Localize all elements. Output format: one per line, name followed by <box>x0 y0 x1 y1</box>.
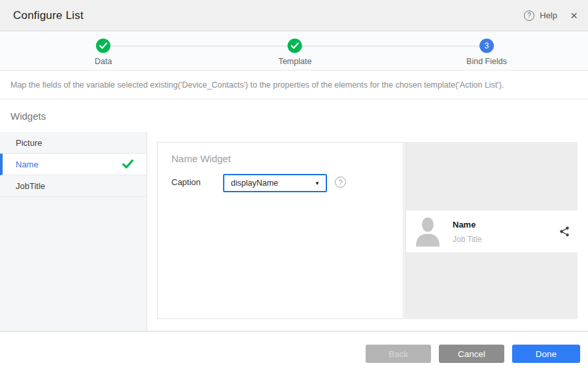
header-actions: ? Help × <box>524 9 578 22</box>
share-icon <box>559 226 570 237</box>
configure-list-dialog: Configure List ? Help × Data Template 3 … <box>0 0 588 376</box>
sidebar-item-jobtitle[interactable]: JobTitle <box>0 175 147 197</box>
step-data[interactable]: Data <box>95 39 112 66</box>
step-number-badge: 3 <box>479 39 494 53</box>
template-preview: Name Job Title <box>404 142 578 319</box>
help-icon-glyph: ? <box>527 12 531 19</box>
step-done-check-icon <box>96 39 111 53</box>
caption-help-icon[interactable]: ? <box>335 177 346 188</box>
wizard-stepper: Data Template 3 Bind Fields <box>0 32 588 71</box>
back-button[interactable]: Back <box>366 345 431 363</box>
avatar-icon <box>415 216 440 247</box>
step-label: Bind Fields <box>466 57 507 66</box>
cancel-button[interactable]: Cancel <box>439 345 504 363</box>
sidebar-item-label: Name <box>16 160 39 169</box>
done-button[interactable]: Done <box>512 345 580 363</box>
name-widget-panel: Name Widget Caption displayName ▼ ? <box>157 142 404 319</box>
caption-help-glyph: ? <box>338 179 342 186</box>
preview-name: Name <box>453 220 482 230</box>
step-template[interactable]: Template <box>279 39 312 66</box>
mapping-description: Map the fields of the variable selected … <box>10 80 504 90</box>
page-title: Configure List <box>13 9 84 22</box>
sidebar-item-picture[interactable]: Picture <box>0 132 147 154</box>
preview-card-text: Name Job Title <box>453 220 482 244</box>
caption-select[interactable]: displayName ▼ <box>223 174 327 192</box>
sidebar-item-label: JobTitle <box>16 181 45 191</box>
help-link[interactable]: Help <box>540 10 557 20</box>
bound-check-icon <box>122 160 133 171</box>
preview-contact-card: Name Job Title <box>406 211 578 252</box>
preview-job-title: Job Title <box>453 235 482 244</box>
description-row: Map the fields of the variable selected … <box>0 71 588 99</box>
step-done-check-icon <box>288 39 302 53</box>
step-number: 3 <box>485 41 489 50</box>
widgets-heading-row: Widgets <box>0 100 588 132</box>
step-bind-fields[interactable]: 3 Bind Fields <box>466 39 507 66</box>
footer-divider <box>0 331 588 332</box>
step-label: Data <box>95 57 112 66</box>
close-icon[interactable]: × <box>570 9 578 22</box>
chevron-down-icon: ▼ <box>315 180 320 186</box>
widgets-heading: Widgets <box>10 111 46 122</box>
sidebar-item-label: Picture <box>16 138 42 148</box>
panel-title: Name Widget <box>171 153 231 164</box>
caption-label: Caption <box>171 177 201 187</box>
help-icon[interactable]: ? <box>524 10 534 21</box>
step-label: Template <box>279 57 312 66</box>
caption-select-value: displayName <box>231 179 278 188</box>
footer-actions: Back Cancel Done <box>366 345 580 363</box>
widgets-sidebar: Picture Name JobTitle <box>0 132 147 331</box>
dialog-header: Configure List ? Help × <box>0 0 588 31</box>
sidebar-item-name[interactable]: Name <box>0 154 147 175</box>
